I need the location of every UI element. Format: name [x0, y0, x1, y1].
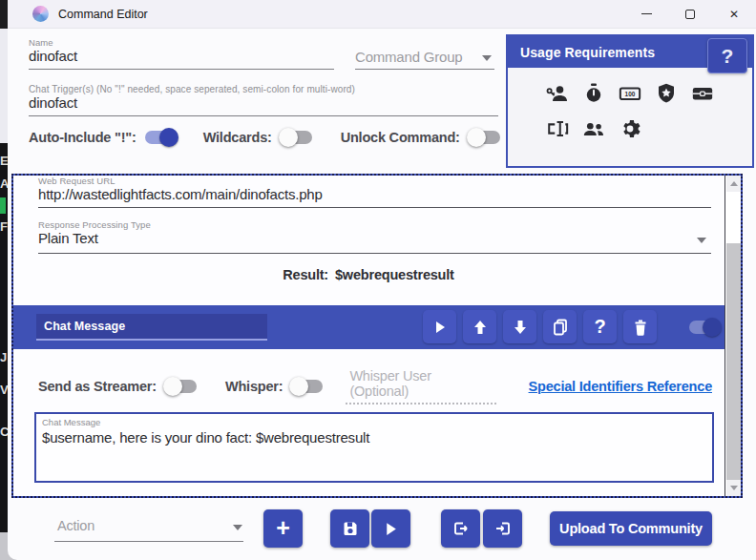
- screenshot-stage: E A F J V C Command Editor ✕ Name dinofa…: [0, 0, 756, 560]
- special-identifiers-link[interactable]: Special Identifiers Reference: [529, 379, 712, 394]
- send-as-streamer-label: Send as Streamer:: [38, 379, 157, 394]
- unlock-command-toggle[interactable]: [469, 131, 500, 144]
- copy-icon: [551, 318, 570, 337]
- svg-text:100: 100: [625, 91, 636, 97]
- export-button[interactable]: [441, 509, 480, 548]
- save-button[interactable]: [330, 509, 369, 548]
- usage-help-button[interactable]: ?: [707, 38, 747, 73]
- user-key-icon[interactable]: [546, 82, 569, 105]
- toggle-knob: [279, 128, 298, 147]
- toggle-knob: [467, 128, 486, 147]
- chat-message-textarea[interactable]: $username, here is your dino fact: $webr…: [42, 429, 369, 446]
- response-processing-underline: [38, 253, 711, 254]
- run-action-button[interactable]: [423, 310, 456, 343]
- usage-icons: 100: [546, 82, 739, 153]
- auto-include-toggle[interactable]: [145, 131, 177, 144]
- run-command-button[interactable]: [371, 509, 410, 548]
- arrow-up-icon: [472, 319, 489, 336]
- response-processing-type-dropdown[interactable]: Plain Text: [38, 230, 98, 246]
- trash-icon: [632, 319, 649, 336]
- maximize-icon: [685, 10, 695, 19]
- background-window-footer: [0, 532, 8, 560]
- window-title: Command Editor: [58, 8, 148, 21]
- scroll-down-button[interactable]: [726, 480, 741, 496]
- send-as-streamer-toggle[interactable]: [165, 380, 197, 393]
- toggle-knob: [703, 318, 722, 337]
- arrow-up-icon: [730, 181, 738, 186]
- chevron-down-icon[interactable]: [697, 238, 706, 243]
- scrollbar-thumb[interactable]: [726, 243, 741, 484]
- background-letter: J: [0, 350, 7, 364]
- duplicate-button[interactable]: [543, 310, 577, 343]
- chevron-down-icon[interactable]: [233, 525, 242, 530]
- titlebar: Command Editor ✕: [8, 0, 756, 29]
- command-group-underline: [355, 69, 494, 70]
- rename-icon[interactable]: [546, 117, 569, 140]
- maximize-button[interactable]: [668, 0, 712, 29]
- background-letter: C: [0, 425, 8, 439]
- delete-action-button[interactable]: [623, 310, 657, 343]
- app-logo-icon: [32, 6, 49, 22]
- upload-to-community-button[interactable]: Upload To Community: [550, 511, 712, 546]
- chat-message-label: Chat Message: [42, 417, 100, 427]
- action-enabled-toggle[interactable]: [689, 321, 719, 334]
- points-100-icon[interactable]: 100: [619, 82, 641, 105]
- web-request-url-underline: [38, 207, 711, 208]
- chat-triggers-underline: [29, 115, 498, 116]
- timer-icon[interactable]: [582, 82, 605, 105]
- result-label: Result:: [283, 267, 328, 282]
- arrow-down-icon: [512, 319, 529, 336]
- play-icon: [432, 320, 448, 335]
- whisper-user-input[interactable]: Whisper User (Optional): [346, 368, 496, 404]
- auto-include-label: Auto-Include "!":: [29, 130, 136, 145]
- response-processing-type-label: Response Processing Type: [38, 219, 151, 230]
- web-request-url-label: Web Request URL: [38, 176, 116, 186]
- import-icon: [494, 519, 513, 538]
- whisper-label: Whisper:: [225, 379, 283, 394]
- action-dropdown-underline: [54, 541, 243, 542]
- chat-triggers-input[interactable]: dinofact: [29, 94, 77, 111]
- command-group-dropdown[interactable]: Command Group: [355, 49, 462, 65]
- panel-scrollbar[interactable]: [724, 176, 741, 496]
- unlock-command-label: Unlock Command:: [341, 130, 460, 145]
- background-window-highlight: [0, 197, 6, 214]
- background-letter: E: [0, 154, 8, 168]
- background-window-titlebar: [0, 0, 8, 29]
- help-icon: ?: [594, 316, 605, 338]
- shield-star-icon[interactable]: [655, 82, 678, 105]
- scroll-up-button[interactable]: [726, 176, 741, 192]
- treasure-chest-icon[interactable]: [691, 82, 714, 105]
- toggle-knob: [289, 377, 308, 396]
- action-dropdown[interactable]: Action: [57, 518, 94, 533]
- gear-icon[interactable]: [619, 117, 641, 140]
- window-controls: ✕: [624, 0, 756, 29]
- sub-action-name-input[interactable]: Chat Message: [36, 314, 267, 341]
- toggle-knob: [163, 377, 182, 396]
- chat-message-field[interactable]: Chat Message $username, here is your din…: [34, 412, 714, 483]
- plus-icon: +: [276, 516, 290, 540]
- import-button[interactable]: [483, 509, 522, 548]
- save-icon: [341, 519, 360, 538]
- wildcards-toggle[interactable]: [281, 131, 312, 144]
- toggle-row: Auto-Include "!": Wildcards: Unlock Comm…: [29, 124, 500, 151]
- wildcards-label: Wildcards:: [203, 130, 272, 145]
- background-window-dark-area: E A F J V C: [0, 143, 8, 532]
- chat-triggers-label: Chat Trigger(s) (No "!" needed, space se…: [29, 84, 355, 94]
- minimize-button[interactable]: [624, 0, 668, 29]
- web-request-url-input[interactable]: http://wastedlightfacts.com/main/dinofac…: [38, 186, 323, 202]
- play-icon: [383, 521, 399, 537]
- close-button[interactable]: ✕: [712, 0, 756, 29]
- add-action-button[interactable]: +: [263, 509, 303, 548]
- move-up-button[interactable]: [463, 310, 496, 343]
- group-icon[interactable]: [582, 117, 605, 140]
- close-icon: ✕: [729, 9, 739, 20]
- move-down-button[interactable]: [503, 310, 536, 343]
- action-help-button[interactable]: ?: [583, 310, 617, 343]
- whisper-toggle[interactable]: [291, 380, 323, 393]
- background-window-edge: E A F J V C: [0, 0, 8, 560]
- export-icon: [452, 519, 471, 538]
- name-input[interactable]: dinofact: [29, 48, 77, 64]
- sub-action-buttons: ?: [423, 310, 657, 343]
- chevron-down-icon[interactable]: [482, 55, 492, 61]
- usage-requirements-title: Usage Requirements: [508, 45, 655, 60]
